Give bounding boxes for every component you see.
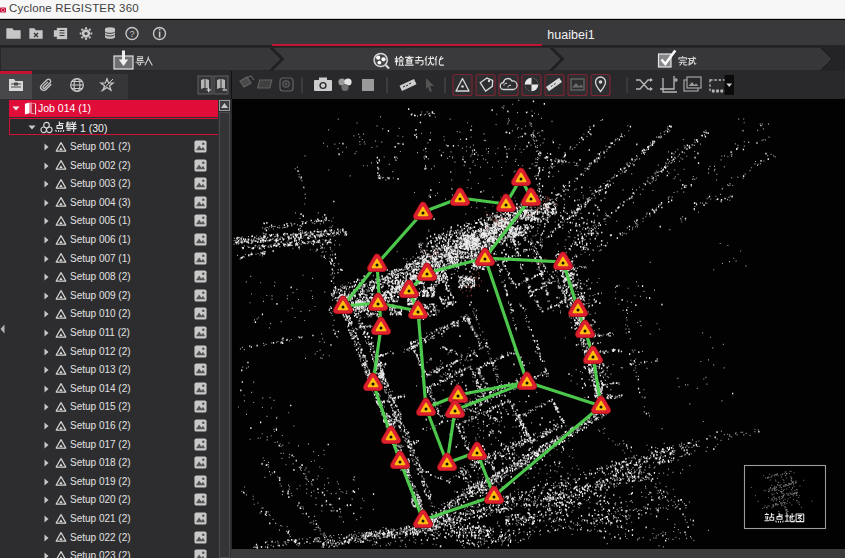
svg-text:?: ? <box>129 29 134 39</box>
